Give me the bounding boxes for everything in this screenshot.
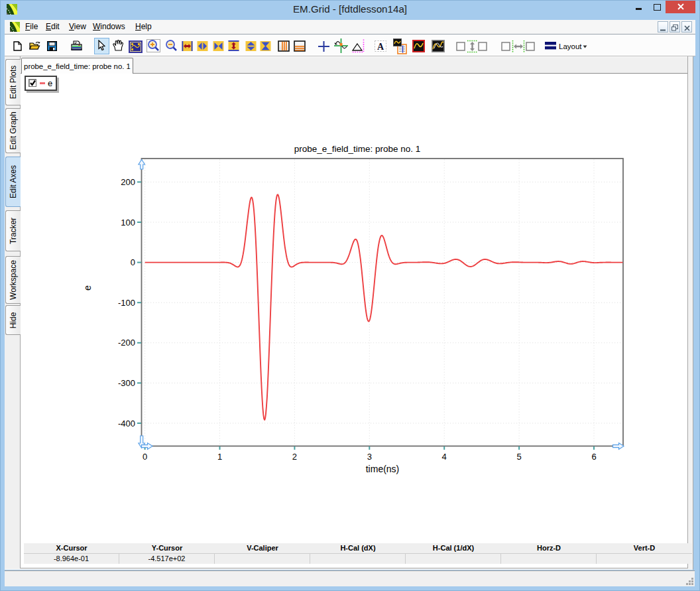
svg-text:0: 0: [131, 257, 135, 267]
svg-text:e: e: [82, 285, 93, 291]
svg-text:time(ns): time(ns): [366, 464, 400, 474]
svg-text:5: 5: [516, 452, 521, 462]
svg-text:2: 2: [292, 452, 297, 462]
svg-text:1: 1: [217, 452, 222, 462]
svg-text:-400: -400: [118, 419, 135, 428]
svg-text:6: 6: [591, 452, 596, 462]
svg-text:4: 4: [442, 452, 447, 462]
svg-text:3: 3: [367, 452, 372, 462]
svg-text:200: 200: [121, 177, 135, 187]
svg-text:0: 0: [143, 452, 147, 462]
svg-text:-300: -300: [118, 378, 135, 388]
svg-text:100: 100: [121, 218, 135, 228]
svg-text:-200: -200: [118, 338, 135, 348]
svg-text:-100: -100: [118, 298, 135, 308]
svg-text:probe_e_field_time: probe no.: probe_e_field_time: probe no. 1: [294, 144, 421, 154]
